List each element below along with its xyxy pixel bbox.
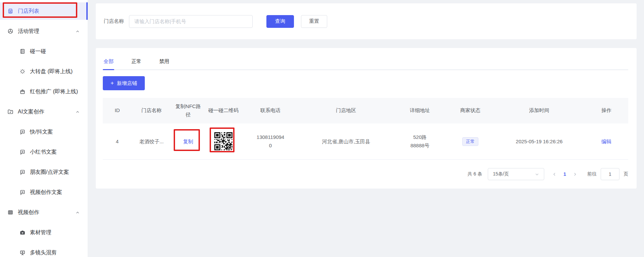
notebook-icon <box>19 48 26 54</box>
sidebar-item-label: 小红书文案 <box>30 149 57 156</box>
cell-region: 河北省,唐山市,玉田县 <box>299 123 393 160</box>
sidebar-item-label: 朋友圈/点评文案 <box>30 169 69 176</box>
add-store-button[interactable]: + 新增店铺 <box>103 76 145 90</box>
col-header-phone: 联系电话 <box>242 98 299 123</box>
copy-nfc-link[interactable]: 复制 <box>183 139 193 144</box>
sidebar-item-xiaohongshu-copy[interactable]: 小红书文案 <box>0 143 88 161</box>
sidebar-item-ai-copywriting[interactable]: AI文案创作 <box>0 103 88 120</box>
status-badge: 正常 <box>462 137 478 146</box>
chevron-up-icon <box>76 211 80 215</box>
film-grid-icon <box>7 209 13 215</box>
sidebar-item-kuai-douyin-copy[interactable]: 快/抖文案 <box>0 123 88 141</box>
comment-icon <box>19 149 26 155</box>
sidebar-item-label: 红包推广 (即将上线) <box>30 88 78 95</box>
sidebar: 门店列表 活动管理 碰一碰 大转盘 (即将上线) 红包推广 (即将上线) AI文… <box>0 0 88 257</box>
sidebar-item-label: 视频创作文案 <box>30 189 62 196</box>
col-header-status: 商家状态 <box>447 98 494 123</box>
reset-button[interactable]: 重置 <box>301 15 327 28</box>
sidebar-item-touch[interactable]: 碰一碰 <box>0 43 88 60</box>
comment-icon <box>19 189 26 195</box>
page-size-value: 15条/页 <box>493 171 509 177</box>
prev-page-icon[interactable] <box>552 172 557 176</box>
cell-add-time: 2025-05-19 16:26:26 <box>494 123 585 160</box>
comment-icon <box>19 129 26 135</box>
sidebar-item-store-list[interactable]: 门店列表 <box>0 2 88 20</box>
tab-all[interactable]: 全部 <box>103 55 114 69</box>
add-store-label: 新增店铺 <box>117 80 137 87</box>
edit-link[interactable]: 编辑 <box>601 139 611 144</box>
col-header-qr: 碰一碰二维码 <box>205 98 242 123</box>
chevron-down-icon <box>535 172 539 176</box>
folder-check-icon <box>7 109 13 115</box>
col-header-region: 门店地区 <box>299 98 393 123</box>
col-header-store-name: 门店名称 <box>132 98 171 123</box>
chevron-up-icon <box>76 110 80 114</box>
gift-bag-icon <box>19 89 26 95</box>
activity-wheel-icon <box>7 28 13 34</box>
total-count: 共 6 条 <box>468 171 482 177</box>
sidebar-item-redpacket[interactable]: 红包推广 (即将上线) <box>0 83 88 100</box>
sidebar-item-label: 素材管理 <box>30 229 51 236</box>
page-number[interactable]: 1 <box>563 171 566 177</box>
storefront-icon <box>7 8 13 14</box>
page-size-select[interactable]: 15条/页 <box>488 168 544 180</box>
comment-icon <box>19 169 26 175</box>
spinner-burst-icon <box>19 68 26 74</box>
col-header-time: 添加时间 <box>494 98 585 123</box>
col-header-copy-nfc: 复制NFC路径 <box>171 98 205 123</box>
query-button[interactable]: 查询 <box>266 15 294 28</box>
sidebar-item-activity-management[interactable]: 活动管理 <box>0 22 88 40</box>
pagination: 共 6 条 15条/页 1 前往 页 <box>103 168 628 180</box>
plus-icon: + <box>111 80 114 87</box>
main-content: 门店名称 查询 重置 全部 正常 禁用 + 新增店铺 ID 门店名称 复制NFC… <box>88 0 644 257</box>
tab-normal[interactable]: 正常 <box>131 55 142 69</box>
goto-label: 前往 <box>587 171 597 177</box>
next-page-icon[interactable] <box>573 172 577 176</box>
camera-icon <box>19 229 26 236</box>
sidebar-item-video-copy[interactable]: 视频创作文案 <box>0 184 88 201</box>
sidebar-item-video-creation[interactable]: 视频创作 <box>0 204 88 221</box>
chevron-up-icon <box>76 30 80 34</box>
goto-unit: 页 <box>624 171 628 177</box>
sidebar-item-label: 多镜头混剪 <box>30 249 57 256</box>
sidebar-item-label: 大转盘 (即将上线) <box>30 68 73 75</box>
sidebar-item-moments-review-copy[interactable]: 朋友圈/点评文案 <box>0 163 88 181</box>
sidebar-item-label: AI文案创作 <box>18 108 44 115</box>
col-header-id: ID <box>103 98 132 123</box>
search-panel: 门店名称 查询 重置 <box>96 3 637 39</box>
store-table: ID 门店名称 复制NFC路径 碰一碰二维码 联系电话 门店地区 详细地址 商家… <box>103 98 628 160</box>
table-row: 4 老酒饺子... 复制 13081190940 <box>103 123 628 160</box>
col-header-actions: 操作 <box>585 98 628 123</box>
cell-store-name: 老酒饺子... <box>132 123 171 160</box>
sidebar-item-label: 碰一碰 <box>30 48 46 55</box>
store-name-label: 门店名称 <box>104 18 124 24</box>
tab-disabled[interactable]: 禁用 <box>159 55 170 69</box>
sidebar-item-multicam-mix[interactable]: 多镜头混剪 <box>0 244 88 257</box>
sidebar-item-wheel[interactable]: 大转盘 (即将上线) <box>0 63 88 80</box>
sidebar-item-label: 视频创作 <box>18 209 39 216</box>
store-list-panel: 全部 正常 禁用 + 新增店铺 ID 门店名称 复制NFC路径 碰一碰二维码 联… <box>96 48 637 189</box>
status-tabs: 全部 正常 禁用 <box>103 55 628 70</box>
cell-address: 520路88888号 <box>409 133 431 150</box>
sidebar-item-material-management[interactable]: 素材管理 <box>0 224 88 241</box>
sidebar-item-label: 快/抖文案 <box>30 128 53 136</box>
col-header-address: 详细地址 <box>393 98 447 123</box>
sidebar-item-label: 活动管理 <box>18 28 39 35</box>
qr-code[interactable] <box>214 132 232 150</box>
projector-screen-icon <box>19 250 26 256</box>
goto-page-input[interactable] <box>601 168 619 180</box>
store-name-input[interactable] <box>129 15 253 28</box>
sidebar-item-label: 门店列表 <box>18 8 39 15</box>
cell-id: 4 <box>103 123 132 160</box>
cell-phone: 13081190940 <box>256 133 285 150</box>
table-header-row: ID 门店名称 复制NFC路径 碰一碰二维码 联系电话 门店地区 详细地址 商家… <box>103 98 628 123</box>
